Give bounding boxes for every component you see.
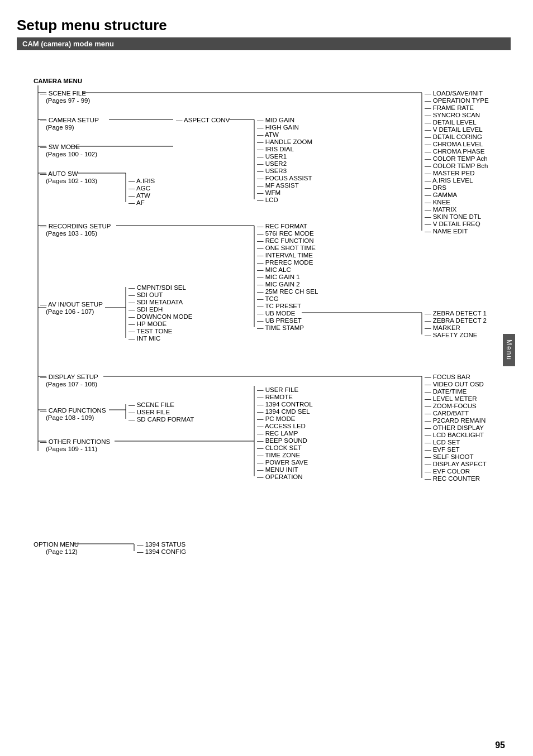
- af-label: — AF: [129, 199, 145, 207]
- auto-sw-pages: (Pages 102 - 103): [46, 177, 97, 185]
- recording-setup-pages: (Pages 103 - 105): [46, 229, 97, 238]
- card-functions-pages: (Page 108 - 109): [46, 414, 94, 422]
- operation-label: — OPERATION: [257, 473, 303, 481]
- page-number: 95: [495, 740, 505, 750]
- config-1394-label: — 1394 CONFIG: [137, 548, 186, 556]
- safety-zone-label: — SAFETY ZONE: [425, 331, 477, 339]
- option-menu-page: (Page 112): [46, 548, 78, 556]
- int-mic-label: — INT MIC: [129, 334, 160, 343]
- menu-sidebar-tab: Menu: [503, 334, 515, 366]
- page-title: Setup menu structure: [17, 17, 511, 34]
- other-functions-pages: (Pages 109 - 111): [46, 445, 97, 453]
- camera-setup-pages: (Page 99): [46, 123, 74, 132]
- display-setup-pages: (Pages 107 - 108): [46, 380, 97, 389]
- av-in-out-pages: (Page 106 - 107): [46, 308, 94, 316]
- diagram-container: CAMERA MENU — SCENE FILE (Pages 97 - 99)…: [17, 60, 511, 674]
- section-header: CAM (camera) mode menu: [17, 37, 511, 50]
- sw-mode-pages: (Pages 100 - 102): [46, 150, 97, 159]
- name-edit-label: — NAME EDIT: [425, 227, 468, 236]
- camera-menu-label: CAMERA MENU: [34, 77, 82, 85]
- diagram-area: CAMERA MENU — SCENE FILE (Pages 97 - 99)…: [17, 60, 511, 674]
- time-stamp-label: — TIME STAMP: [257, 324, 304, 332]
- scene-file-pages: (Pages 97 - 99): [46, 97, 90, 105]
- rec-counter-label: — REC COUNTER: [425, 475, 480, 483]
- lcd-label: — LCD: [257, 196, 278, 204]
- sd-card-format-label: — SD CARD FORMAT: [129, 415, 194, 424]
- aspect-conv-label: — ASPECT CONV: [176, 116, 230, 125]
